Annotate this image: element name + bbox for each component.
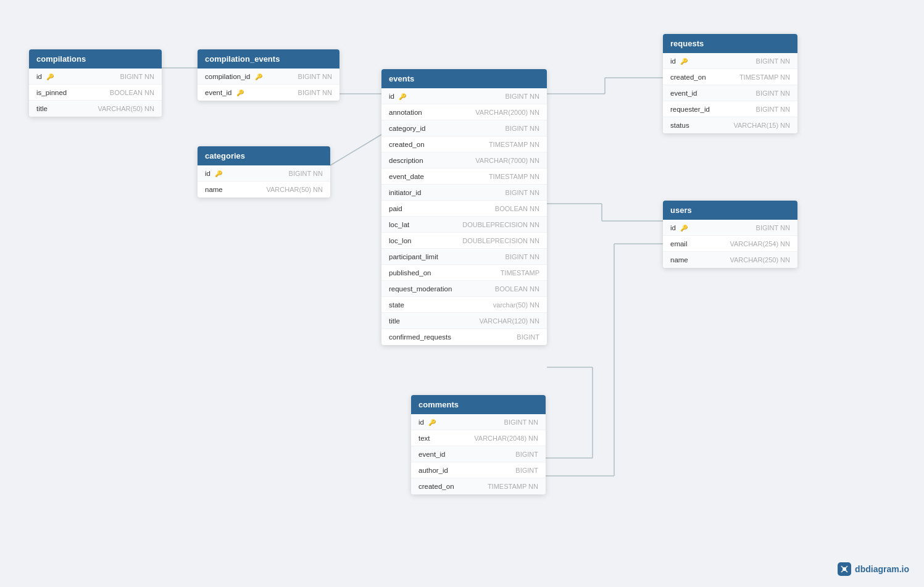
branding-label: dbdiagram.io xyxy=(855,564,909,574)
table-row: name VARCHAR(50) NN xyxy=(198,181,330,198)
table-row: annotation VARCHAR(2000) NN xyxy=(381,104,547,120)
table-row: created_on TIMESTAMP NN xyxy=(411,478,546,494)
table-row: id 🔑 BIGINT NN xyxy=(381,88,547,104)
table-compilations[interactable]: compilations id 🔑 BIGINT NN is_pinned BO… xyxy=(29,49,162,117)
table-row: author_id BIGINT xyxy=(411,462,546,478)
table-compilation-events-header: compilation_events xyxy=(198,49,339,69)
table-compilation-events[interactable]: compilation_events compilation_id 🔑 BIGI… xyxy=(198,49,339,101)
table-row: title VARCHAR(50) NN xyxy=(29,101,162,117)
table-row: is_pinned BOOLEAN NN xyxy=(29,85,162,101)
table-row: initiator_id BIGINT NN xyxy=(381,185,547,201)
table-row: requester_id BIGINT NN xyxy=(663,101,797,117)
table-row: event_id 🔑 BIGINT NN xyxy=(198,85,339,101)
table-row: name VARCHAR(250) NN xyxy=(663,252,797,268)
table-row: id 🔑 BIGINT NN xyxy=(663,220,797,236)
table-row: request_moderation BOOLEAN NN xyxy=(381,281,547,297)
table-row: paid BOOLEAN NN xyxy=(381,201,547,217)
table-requests[interactable]: requests id 🔑 BIGINT NN created_on TIMES… xyxy=(663,34,797,133)
table-categories-header: categories xyxy=(198,146,330,165)
table-row: title VARCHAR(120) NN xyxy=(381,313,547,329)
table-row: id 🔑 BIGINT NN xyxy=(198,165,330,181)
svg-line-2 xyxy=(330,135,381,165)
table-row: event_id BIGINT NN xyxy=(663,85,797,101)
table-requests-header: requests xyxy=(663,34,797,53)
table-row: id 🔑 BIGINT NN xyxy=(663,53,797,69)
table-row: id 🔑 BIGINT NN xyxy=(411,414,546,430)
table-compilations-header: compilations xyxy=(29,49,162,69)
table-users[interactable]: users id 🔑 BIGINT NN email VARCHAR(254) … xyxy=(663,201,797,268)
diagram-canvas: compilations id 🔑 BIGINT NN is_pinned BO… xyxy=(0,0,924,587)
table-users-header: users xyxy=(663,201,797,220)
table-row: event_date TIMESTAMP NN xyxy=(381,169,547,185)
branding-icon xyxy=(838,562,851,576)
table-row: id 🔑 BIGINT NN xyxy=(29,69,162,85)
branding: dbdiagram.io xyxy=(838,562,909,576)
table-categories[interactable]: categories id 🔑 BIGINT NN name VARCHAR(5… xyxy=(198,146,330,198)
table-row: status VARCHAR(15) NN xyxy=(663,117,797,133)
table-row: participant_limit BIGINT NN xyxy=(381,249,547,265)
table-row: email VARCHAR(254) NN xyxy=(663,236,797,252)
table-events-header: events xyxy=(381,69,547,88)
table-row: category_id BIGINT NN xyxy=(381,120,547,136)
table-row: compilation_id 🔑 BIGINT NN xyxy=(198,69,339,85)
table-row: text VARCHAR(2048) NN xyxy=(411,430,546,446)
table-row: loc_lon DOUBLEPRECISION NN xyxy=(381,233,547,249)
table-row: event_id BIGINT xyxy=(411,446,546,462)
table-row: created_on TIMESTAMP NN xyxy=(381,136,547,152)
table-comments[interactable]: comments id 🔑 BIGINT NN text VARCHAR(204… xyxy=(411,395,546,494)
table-row: published_on TIMESTAMP xyxy=(381,265,547,281)
table-row: confirmed_requests BIGINT xyxy=(381,329,547,345)
table-comments-header: comments xyxy=(411,395,546,414)
table-events[interactable]: events id 🔑 BIGINT NN annotation VARCHAR… xyxy=(381,69,547,345)
table-row: state varchar(50) NN xyxy=(381,297,547,313)
table-row: loc_lat DOUBLEPRECISION NN xyxy=(381,217,547,233)
table-row: description VARCHAR(7000) NN xyxy=(381,152,547,169)
table-row: created_on TIMESTAMP NN xyxy=(663,69,797,85)
